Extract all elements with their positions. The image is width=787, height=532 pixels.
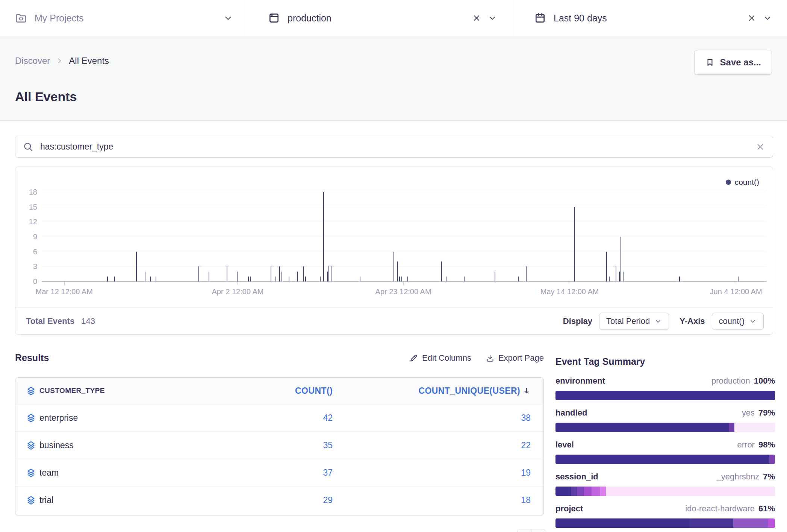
total-events-value: 143 bbox=[81, 316, 95, 326]
chart-bar[interactable] bbox=[323, 192, 324, 281]
column-header-customer-type[interactable]: CUSTOMER_TYPE bbox=[39, 387, 220, 395]
chart-bar[interactable] bbox=[446, 277, 446, 281]
breadcrumb-discover-link[interactable]: Discover bbox=[15, 56, 50, 66]
tag-summary-title: Event Tag Summary bbox=[555, 356, 775, 367]
chart-bar[interactable] bbox=[621, 237, 621, 281]
chart-bar[interactable] bbox=[279, 266, 280, 281]
chart-bar[interactable] bbox=[150, 277, 151, 281]
breadcrumb: Discover All Events bbox=[15, 56, 109, 66]
environment-chevron-down-icon[interactable] bbox=[488, 14, 497, 23]
chart-bar[interactable] bbox=[136, 252, 137, 281]
tag-name: session_id bbox=[555, 472, 598, 482]
chart-bar[interactable] bbox=[237, 272, 238, 281]
chart-bar[interactable] bbox=[360, 277, 360, 281]
chart-bar[interactable] bbox=[619, 272, 620, 281]
project-chevron-down-icon[interactable] bbox=[223, 13, 233, 23]
table-row[interactable]: enterprise4238 bbox=[15, 404, 543, 432]
search-input[interactable] bbox=[39, 141, 755, 152]
chart-bar[interactable] bbox=[399, 277, 400, 281]
date-clear-icon[interactable] bbox=[747, 14, 756, 23]
chart-bar[interactable] bbox=[297, 272, 298, 281]
tag-entry-header: projectido-react-hardware61% bbox=[555, 504, 775, 514]
date-chevron-down-icon[interactable] bbox=[763, 14, 772, 23]
tag-summary-entry: projectido-react-hardware61% bbox=[555, 504, 775, 528]
breadcrumb-current: All Events bbox=[69, 56, 109, 66]
chart-bar[interactable] bbox=[320, 277, 321, 281]
chart-bar[interactable] bbox=[407, 277, 408, 281]
tag-distribution-bar[interactable] bbox=[555, 487, 775, 496]
tag-distribution-bar[interactable] bbox=[555, 455, 775, 464]
chart-bar[interactable] bbox=[289, 277, 289, 281]
chart-gridline bbox=[42, 207, 766, 207]
tag-summary-entry: handledyes79% bbox=[555, 408, 775, 432]
total-events-label: Total Events bbox=[26, 316, 74, 326]
chart-bar[interactable] bbox=[495, 272, 495, 281]
chart-bar[interactable] bbox=[282, 272, 282, 281]
export-page-button[interactable]: Export Page bbox=[486, 353, 544, 363]
date-range-selector[interactable]: Last 90 days bbox=[512, 0, 787, 36]
chart-bar[interactable] bbox=[606, 252, 607, 281]
y-axis-dropdown[interactable]: count() bbox=[712, 313, 764, 330]
count-unique-cell[interactable]: 18 bbox=[333, 495, 531, 505]
chart-bar[interactable] bbox=[526, 266, 527, 281]
chart-bar[interactable] bbox=[401, 277, 402, 281]
chart-bar[interactable] bbox=[574, 207, 575, 281]
edit-columns-button[interactable]: Edit Columns bbox=[409, 353, 471, 363]
column-header-count[interactable]: COUNT() bbox=[220, 386, 333, 396]
save-as-button[interactable]: Save as... bbox=[694, 50, 772, 75]
table-row[interactable]: trial2918 bbox=[15, 487, 543, 514]
chart-bar[interactable] bbox=[275, 277, 276, 281]
customer-type-cell: business bbox=[39, 440, 220, 450]
chart-bar[interactable] bbox=[331, 266, 331, 281]
chart-bar[interactable] bbox=[616, 266, 616, 281]
chart-bar[interactable] bbox=[518, 277, 519, 281]
chart-bar[interactable] bbox=[327, 272, 328, 281]
stack-icon bbox=[15, 468, 39, 478]
chart-bar[interactable] bbox=[145, 272, 145, 281]
count-cell[interactable]: 29 bbox=[220, 495, 333, 505]
customer-type-cell: trial bbox=[39, 495, 220, 505]
chart-bar[interactable] bbox=[248, 277, 249, 281]
chart-bar[interactable] bbox=[303, 266, 304, 281]
chart-bar[interactable] bbox=[328, 266, 329, 281]
tag-distribution-bar[interactable] bbox=[555, 391, 775, 400]
chart-bar[interactable] bbox=[441, 261, 442, 281]
environment-clear-icon[interactable] bbox=[472, 14, 481, 23]
count-cell[interactable]: 42 bbox=[220, 413, 333, 423]
chart-bar[interactable] bbox=[738, 277, 739, 281]
count-unique-cell[interactable]: 22 bbox=[333, 440, 531, 450]
chart-bar[interactable] bbox=[679, 277, 680, 281]
count-unique-cell[interactable]: 38 bbox=[333, 413, 531, 423]
project-selector[interactable]: My Projects bbox=[0, 0, 246, 36]
chart-bar[interactable] bbox=[209, 272, 209, 281]
count-cell[interactable]: 35 bbox=[220, 440, 333, 450]
tag-distribution-bar[interactable] bbox=[555, 518, 775, 528]
environment-selector[interactable]: production bbox=[246, 0, 512, 36]
chart-bar[interactable] bbox=[609, 277, 610, 281]
chart-bar[interactable] bbox=[623, 272, 624, 281]
chart-bar[interactable] bbox=[114, 277, 115, 281]
chart-bar[interactable] bbox=[464, 277, 465, 281]
chart-bar[interactable] bbox=[107, 277, 108, 281]
display-dropdown[interactable]: Total Period bbox=[599, 313, 669, 330]
chart-bar[interactable] bbox=[271, 266, 271, 281]
next-page-button[interactable] bbox=[531, 529, 545, 532]
tag-distribution-bar[interactable] bbox=[555, 423, 775, 432]
chart-bar[interactable] bbox=[198, 266, 199, 281]
previous-page-button[interactable] bbox=[518, 529, 531, 532]
chart-bar[interactable] bbox=[394, 252, 394, 281]
column-header-count-unique[interactable]: COUNT_UNIQUE(USER) bbox=[333, 386, 531, 396]
chart-bar[interactable] bbox=[156, 277, 156, 281]
chart-bar[interactable] bbox=[305, 277, 306, 281]
count-cell[interactable]: 37 bbox=[220, 468, 333, 478]
x-axis-tick-label: Mar 12 12:00 AM bbox=[19, 287, 109, 296]
chart-bar[interactable] bbox=[397, 261, 398, 281]
tag-bar-segment bbox=[555, 423, 729, 432]
chart-bar[interactable] bbox=[250, 277, 251, 281]
table-row[interactable]: business3522 bbox=[15, 432, 543, 459]
chart-bar[interactable] bbox=[227, 266, 227, 281]
count-unique-cell[interactable]: 19 bbox=[333, 468, 531, 478]
search-clear-icon[interactable] bbox=[755, 142, 765, 152]
tag-top-value: production bbox=[711, 376, 750, 386]
table-row[interactable]: team3719 bbox=[15, 459, 543, 487]
